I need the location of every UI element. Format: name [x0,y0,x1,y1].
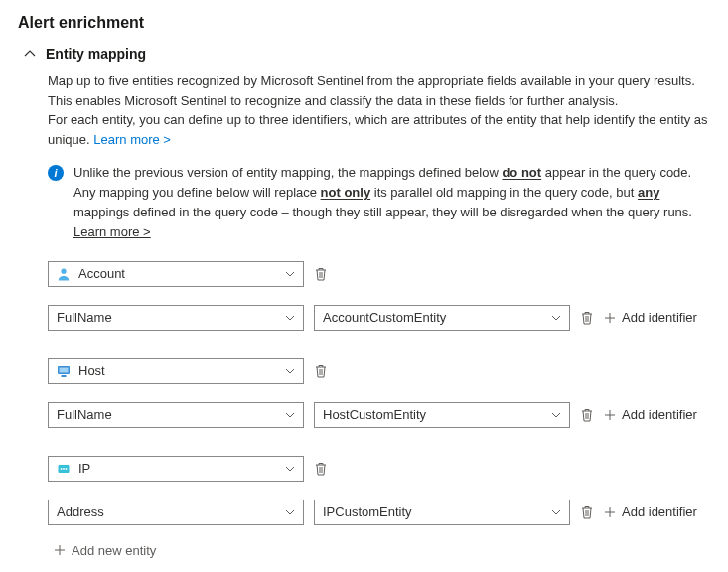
svg-rect-2 [60,367,69,372]
page-title: Alert enrichment [18,14,710,32]
info-icon: i [48,165,64,181]
entity-mapping-toggle[interactable]: Entity mapping [24,46,710,62]
delete-entity-button[interactable] [314,266,328,282]
chevron-down-icon [285,464,295,474]
host-icon [57,364,71,378]
plus-icon [604,409,616,421]
identifier-value: FullName [57,310,112,325]
info-box: i Unlike the previous version of entity … [48,163,710,243]
entity-type-value: Account [78,266,125,281]
field-dropdown[interactable]: HostCustomEntity [314,402,570,428]
entity-type-dropdown[interactable]: IP [48,456,304,482]
svg-point-5 [61,468,63,470]
field-value: HostCustomEntity [323,407,426,422]
chevron-down-icon [285,366,295,376]
identifier-dropdown[interactable]: FullName [48,402,304,428]
svg-point-6 [63,468,65,470]
chevron-down-icon [285,269,295,279]
identifier-dropdown[interactable]: Address [48,500,304,525]
entity-block-account: Account FullName AccountCustomEntity [48,261,710,331]
delete-identifier-button[interactable] [580,504,594,520]
plus-icon [54,544,66,556]
add-new-entity-button[interactable]: Add new entity [54,543,710,558]
plus-icon [604,312,616,324]
add-entity-label: Add new entity [72,543,156,558]
ip-icon [57,462,71,476]
learn-more-link[interactable]: Learn more > [93,132,171,147]
account-icon [57,267,71,281]
entity-block-ip: IP Address IPCustomEntity Add ide [48,456,710,525]
info-learn-more-link[interactable]: Learn more > [73,224,151,239]
identifier-value: FullName [57,407,112,422]
chevron-down-icon [551,313,561,323]
identifier-dropdown[interactable]: FullName [48,305,304,331]
identifier-value: Address [57,504,104,519]
add-identifier-button[interactable]: Add identifier [604,407,697,422]
add-identifier-button[interactable]: Add identifier [604,310,697,325]
entity-type-dropdown[interactable]: Host [48,358,304,384]
entity-type-dropdown[interactable]: Account [48,261,304,287]
chevron-down-icon [285,507,295,517]
plus-icon [604,506,616,518]
desc-line1: Map up to five entities recognized by Mi… [48,73,695,88]
chevron-up-icon [24,48,36,60]
add-identifier-label: Add identifier [622,407,697,422]
chevron-down-icon [551,410,561,420]
field-dropdown[interactable]: AccountCustomEntity [314,305,570,331]
section-title: Entity mapping [46,46,146,62]
svg-point-7 [66,468,68,470]
desc-line2: This enables Microsoft Sentinel to recog… [48,93,618,108]
add-identifier-label: Add identifier [622,310,697,325]
entity-type-value: IP [78,461,90,476]
add-identifier-label: Add identifier [622,504,697,519]
delete-identifier-button[interactable] [580,310,594,326]
field-dropdown[interactable]: IPCustomEntity [314,500,570,525]
chevron-down-icon [285,313,295,323]
entity-type-value: Host [78,363,105,378]
field-value: AccountCustomEntity [323,310,446,325]
svg-point-0 [61,268,66,273]
delete-identifier-button[interactable] [580,407,594,423]
svg-rect-3 [62,375,67,377]
chevron-down-icon [285,410,295,420]
field-value: IPCustomEntity [323,504,412,519]
description-text: Map up to five entities recognized by Mi… [48,72,710,149]
delete-entity-button[interactable] [314,461,328,477]
add-identifier-button[interactable]: Add identifier [604,504,697,519]
info-text: Unlike the previous version of entity ma… [73,163,710,243]
chevron-down-icon [551,507,561,517]
delete-entity-button[interactable] [314,363,328,379]
entity-block-host: Host FullName HostCustomEntity Ad [48,358,710,428]
